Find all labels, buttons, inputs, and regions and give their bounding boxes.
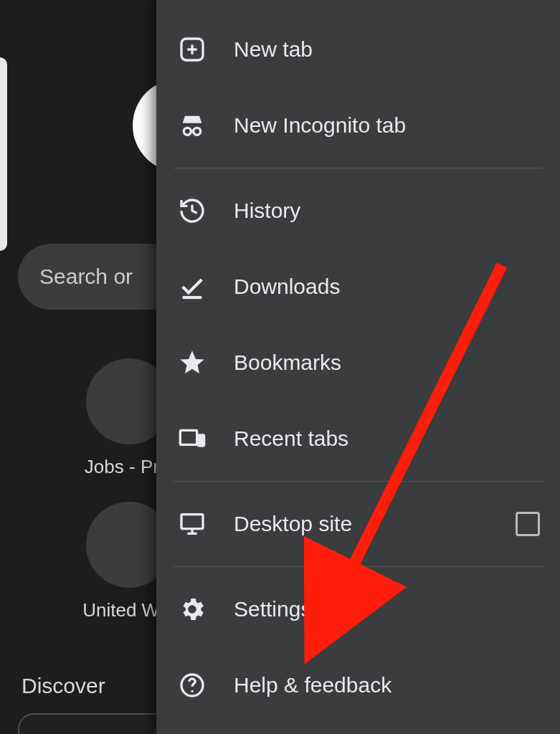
menu-item-downloads[interactable]: Downloads	[156, 249, 560, 325]
menu-item-label: Recent tabs	[234, 426, 348, 451]
menu-item-label: Settings	[234, 597, 311, 621]
monitor-icon	[176, 508, 208, 540]
scroll-hint	[0, 57, 7, 251]
devices-icon	[176, 423, 208, 454]
menu-item-label: History	[234, 199, 300, 223]
menu-item-help[interactable]: Help & feedback	[156, 647, 560, 723]
menu-item-label: Downloads	[234, 275, 340, 299]
incognito-icon	[176, 110, 208, 141]
svg-marker-7	[180, 351, 204, 373]
menu-item-settings[interactable]: Settings	[156, 571, 560, 647]
menu-item-label: New tab	[234, 37, 313, 62]
menu-item-bookmarks[interactable]: Bookmarks	[156, 325, 560, 401]
svg-point-4	[194, 128, 201, 135]
overflow-menu: New tab New Incognito tab History Downlo…	[156, 0, 560, 734]
menu-divider	[174, 481, 543, 482]
menu-item-desktop-site[interactable]: Desktop site	[156, 486, 560, 562]
menu-item-label: Bookmarks	[234, 351, 341, 375]
menu-divider	[174, 168, 543, 168]
download-icon	[176, 271, 208, 302]
menu-divider	[174, 566, 543, 567]
help-icon	[176, 669, 208, 701]
menu-item-new-tab[interactable]: New tab	[156, 11, 560, 87]
svg-point-14	[191, 690, 193, 692]
plus-box-icon	[176, 34, 208, 65]
discover-heading: Discover	[22, 674, 105, 698]
search-text: Search or	[39, 264, 133, 289]
history-icon	[176, 195, 208, 227]
menu-item-label: Desktop site	[234, 512, 352, 536]
gear-icon	[176, 594, 208, 625]
menu-item-new-incognito[interactable]: New Incognito tab	[156, 87, 560, 163]
menu-item-history[interactable]: History	[156, 173, 560, 249]
svg-point-3	[184, 128, 191, 135]
svg-rect-8	[180, 430, 196, 444]
star-icon	[176, 347, 208, 378]
desktop-site-checkbox[interactable]	[516, 512, 540, 536]
menu-item-label: Help & feedback	[234, 673, 391, 697]
menu-item-recent-tabs[interactable]: Recent tabs	[156, 401, 560, 477]
svg-rect-10	[181, 515, 203, 529]
menu-item-label: New Incognito tab	[234, 113, 406, 138]
svg-rect-9	[198, 435, 204, 446]
